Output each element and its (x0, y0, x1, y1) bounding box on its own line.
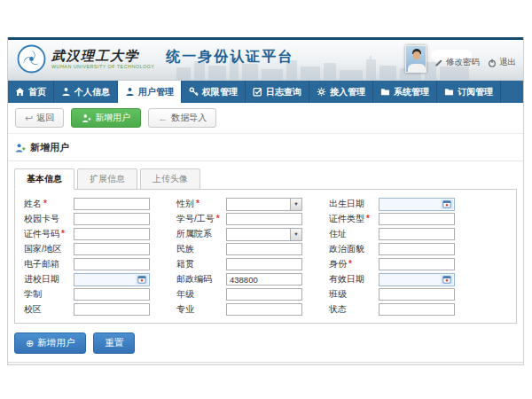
nav-item-system-management[interactable]: 系统管理 (373, 81, 437, 103)
dropdown-arrow-icon: ▼ (290, 229, 301, 240)
field-label: 身份* (329, 258, 379, 270)
nav-item-label: 首页 (28, 86, 46, 98)
nav-item-label: 日志查询 (266, 86, 301, 98)
folder-icon (444, 87, 454, 97)
calendar-icon (441, 200, 453, 209)
key-icon (189, 87, 199, 97)
field-label: 校园卡号 (24, 213, 74, 225)
campus-card-no-field[interactable] (74, 213, 150, 225)
grade-field[interactable] (226, 288, 302, 301)
folder-icon (380, 87, 390, 97)
status-field[interactable] (379, 303, 455, 316)
form-row: 学号/工号* (176, 213, 302, 225)
back-button-label: 返回 (36, 112, 54, 124)
toolbar: ↩ 返回 新增用户 ← 数据导入 (8, 103, 523, 134)
submit-add-user-label: 新增用户 (37, 337, 74, 349)
data-import-button[interactable]: ← 数据导入 (148, 108, 216, 128)
required-marker: * (216, 214, 220, 223)
id-type-field[interactable] (379, 213, 455, 225)
field-label: 证件类型* (329, 213, 379, 225)
field-label: 住址 (329, 228, 379, 240)
form-row: 住址 (329, 228, 455, 240)
student-staff-id-field[interactable] (226, 213, 302, 225)
field-label: 出生日期 (329, 198, 379, 210)
submit-add-user-button[interactable]: ⊕ 新增用户 (14, 332, 86, 354)
nav-item-label: 接入管理 (330, 86, 365, 98)
form-row: 政治面貌 (329, 243, 455, 255)
back-button[interactable]: ↩ 返回 (15, 108, 64, 128)
column-header-operations: 操作 (442, 363, 523, 366)
field-label: 状态 (329, 303, 379, 316)
schooling-length-field[interactable] (74, 288, 150, 301)
column-header-student-id: 学号/工号 (26, 363, 79, 366)
major-field[interactable] (226, 303, 302, 316)
field-label: 政治面貌 (329, 243, 379, 255)
main-nav: 首页 个人信息 用户管理 权限管理 日志查询 接入管理 系统管理 订阅管理 (8, 81, 523, 103)
field-label: 邮政编码 (176, 273, 226, 286)
class-field[interactable] (379, 288, 455, 301)
political-status-field[interactable] (379, 243, 455, 255)
logout-link[interactable]: 退出 (488, 57, 516, 68)
nav-item-user-management[interactable]: 用户管理 (118, 81, 182, 103)
form-column: 性别* ▼ 学号/工号* 所属院系 ▼ 民族 籍贯 邮政编码 年级 专业 (176, 198, 302, 316)
form-row: 出生日期 (329, 198, 455, 210)
form-row: 民族 (176, 243, 302, 255)
reset-label: 重置 (105, 337, 123, 349)
field-label: 有效日期 (329, 273, 379, 286)
native-place-field[interactable] (226, 258, 302, 270)
nav-item-log-query[interactable]: 日志查询 (246, 81, 309, 103)
entry-date-field[interactable] (74, 273, 150, 286)
gender-select[interactable]: ▼ (226, 198, 302, 211)
field-label: 校区 (24, 303, 74, 316)
nav-item-permission-management[interactable]: 权限管理 (182, 81, 246, 103)
required-marker: * (43, 199, 47, 208)
form-row: 电子邮箱 (24, 258, 150, 270)
user-icon (125, 87, 135, 97)
tab-basic-info[interactable]: 基本信息 (14, 168, 74, 190)
data-import-label: 数据导入 (171, 112, 207, 124)
field-label: 性别* (176, 198, 226, 210)
ethnicity-field[interactable] (226, 243, 302, 255)
select-all-header-cell (8, 363, 26, 366)
birth-date-field[interactable] (379, 198, 455, 211)
nav-item-profile[interactable]: 个人信息 (54, 81, 118, 103)
column-header-gender: 性别 (132, 363, 212, 366)
id-number-field[interactable] (74, 228, 150, 240)
department-select[interactable]: ▼ (226, 228, 302, 241)
nav-item-access-management[interactable]: 接入管理 (309, 81, 373, 103)
user-icon (61, 87, 71, 97)
add-user-icon (82, 113, 91, 123)
avatar-body (408, 64, 426, 72)
country-region-field[interactable] (74, 243, 150, 255)
campus-field[interactable] (74, 303, 150, 316)
field-label: 所属院系 (176, 228, 226, 240)
tab-extended-info[interactable]: 扩展信息 (77, 168, 137, 190)
field-label: 进校日期 (24, 273, 74, 286)
valid-date-field[interactable] (379, 273, 455, 286)
address-field[interactable] (379, 228, 455, 240)
user-form: 姓名* 校园卡号 证件号码* 国家/地区 电子邮箱 进校日期 学制 校区 性别* (24, 198, 507, 316)
import-arrow-icon: ← (158, 113, 168, 123)
form-row: 进校日期 (24, 273, 150, 286)
nav-item-home[interactable]: 首页 (8, 81, 54, 103)
required-marker: * (366, 214, 370, 223)
postal-code-field[interactable] (226, 273, 302, 286)
add-user-toolbar-button[interactable]: 新增用户 (71, 108, 141, 128)
form-row: 班级 (329, 288, 455, 301)
reset-button[interactable]: 重置 (93, 332, 135, 354)
user-avatar[interactable] (405, 45, 426, 73)
pencil-icon (434, 59, 443, 67)
name-field[interactable] (74, 198, 150, 210)
change-password-label: 修改密码 (446, 57, 480, 68)
column-header-department: 所属院系 (256, 363, 442, 366)
field-label: 国家/地区 (24, 243, 74, 255)
change-password-link[interactable]: 修改密码 (434, 57, 480, 68)
email-field[interactable] (74, 258, 150, 270)
dropdown-arrow-icon: ▼ (290, 199, 301, 210)
section-header: 新增用户 (8, 134, 523, 161)
tab-upload-avatar[interactable]: 上传头像 (140, 168, 200, 190)
identity-field[interactable] (379, 258, 455, 270)
nav-item-subscription-management[interactable]: 订阅管理 (437, 81, 501, 103)
nav-item-label: 权限管理 (202, 86, 238, 98)
field-label: 籍贯 (176, 258, 226, 270)
